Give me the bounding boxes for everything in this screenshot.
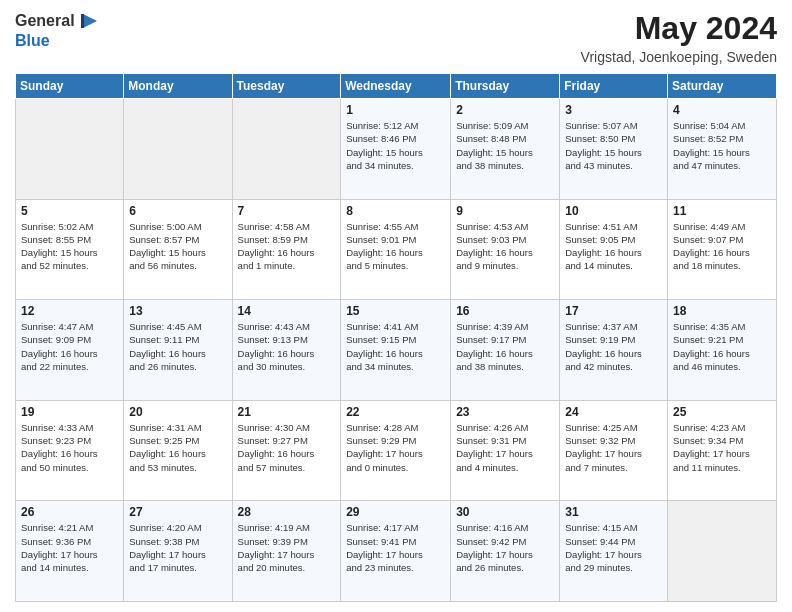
- day-info: Sunrise: 4:33 AM Sunset: 9:23 PM Dayligh…: [21, 421, 118, 474]
- day-info: Sunrise: 4:25 AM Sunset: 9:32 PM Dayligh…: [565, 421, 662, 474]
- day-number: 10: [565, 204, 662, 218]
- day-number: 23: [456, 405, 554, 419]
- calendar-cell: 11Sunrise: 4:49 AM Sunset: 9:07 PM Dayli…: [668, 199, 777, 300]
- calendar-cell: [232, 99, 341, 200]
- day-info: Sunrise: 4:26 AM Sunset: 9:31 PM Dayligh…: [456, 421, 554, 474]
- calendar-cell: 12Sunrise: 4:47 AM Sunset: 9:09 PM Dayli…: [16, 300, 124, 401]
- calendar-cell: 13Sunrise: 4:45 AM Sunset: 9:11 PM Dayli…: [124, 300, 232, 401]
- logo-text: General Blue: [15, 10, 99, 50]
- day-info: Sunrise: 4:43 AM Sunset: 9:13 PM Dayligh…: [238, 320, 336, 373]
- day-number: 22: [346, 405, 445, 419]
- day-number: 25: [673, 405, 771, 419]
- day-info: Sunrise: 4:16 AM Sunset: 9:42 PM Dayligh…: [456, 521, 554, 574]
- day-number: 31: [565, 505, 662, 519]
- calendar-cell: 19Sunrise: 4:33 AM Sunset: 9:23 PM Dayli…: [16, 400, 124, 501]
- day-info: Sunrise: 4:55 AM Sunset: 9:01 PM Dayligh…: [346, 220, 445, 273]
- main-title: May 2024: [581, 10, 777, 47]
- day-number: 8: [346, 204, 445, 218]
- calendar-cell: 26Sunrise: 4:21 AM Sunset: 9:36 PM Dayli…: [16, 501, 124, 602]
- calendar-cell: 4Sunrise: 5:04 AM Sunset: 8:52 PM Daylig…: [668, 99, 777, 200]
- day-info: Sunrise: 4:17 AM Sunset: 9:41 PM Dayligh…: [346, 521, 445, 574]
- day-number: 21: [238, 405, 336, 419]
- day-number: 4: [673, 103, 771, 117]
- calendar-cell: 1Sunrise: 5:12 AM Sunset: 8:46 PM Daylig…: [341, 99, 451, 200]
- title-section: May 2024 Vrigstad, Joenkoeping, Sweden: [581, 10, 777, 65]
- day-info: Sunrise: 4:58 AM Sunset: 8:59 PM Dayligh…: [238, 220, 336, 273]
- day-number: 24: [565, 405, 662, 419]
- calendar-cell: 30Sunrise: 4:16 AM Sunset: 9:42 PM Dayli…: [451, 501, 560, 602]
- day-number: 13: [129, 304, 226, 318]
- day-number: 7: [238, 204, 336, 218]
- calendar-cell: 14Sunrise: 4:43 AM Sunset: 9:13 PM Dayli…: [232, 300, 341, 401]
- calendar-cell: 23Sunrise: 4:26 AM Sunset: 9:31 PM Dayli…: [451, 400, 560, 501]
- calendar-table: SundayMondayTuesdayWednesdayThursdayFrid…: [15, 73, 777, 602]
- calendar-week-1: 1Sunrise: 5:12 AM Sunset: 8:46 PM Daylig…: [16, 99, 777, 200]
- calendar-cell: 15Sunrise: 4:41 AM Sunset: 9:15 PM Dayli…: [341, 300, 451, 401]
- day-number: 6: [129, 204, 226, 218]
- col-header-monday: Monday: [124, 74, 232, 99]
- calendar-cell: 29Sunrise: 4:17 AM Sunset: 9:41 PM Dayli…: [341, 501, 451, 602]
- day-number: 20: [129, 405, 226, 419]
- day-info: Sunrise: 4:30 AM Sunset: 9:27 PM Dayligh…: [238, 421, 336, 474]
- calendar-cell: 21Sunrise: 4:30 AM Sunset: 9:27 PM Dayli…: [232, 400, 341, 501]
- day-info: Sunrise: 4:15 AM Sunset: 9:44 PM Dayligh…: [565, 521, 662, 574]
- day-info: Sunrise: 4:28 AM Sunset: 9:29 PM Dayligh…: [346, 421, 445, 474]
- logo-blue: Blue: [15, 32, 50, 49]
- header-row: SundayMondayTuesdayWednesdayThursdayFrid…: [16, 74, 777, 99]
- calendar-cell: 8Sunrise: 4:55 AM Sunset: 9:01 PM Daylig…: [341, 199, 451, 300]
- day-info: Sunrise: 5:12 AM Sunset: 8:46 PM Dayligh…: [346, 119, 445, 172]
- day-info: Sunrise: 4:20 AM Sunset: 9:38 PM Dayligh…: [129, 521, 226, 574]
- calendar-cell: [124, 99, 232, 200]
- calendar-cell: 2Sunrise: 5:09 AM Sunset: 8:48 PM Daylig…: [451, 99, 560, 200]
- calendar-week-5: 26Sunrise: 4:21 AM Sunset: 9:36 PM Dayli…: [16, 501, 777, 602]
- svg-marker-0: [83, 14, 97, 28]
- calendar-cell: 6Sunrise: 5:00 AM Sunset: 8:57 PM Daylig…: [124, 199, 232, 300]
- calendar-week-4: 19Sunrise: 4:33 AM Sunset: 9:23 PM Dayli…: [16, 400, 777, 501]
- calendar-cell: 16Sunrise: 4:39 AM Sunset: 9:17 PM Dayli…: [451, 300, 560, 401]
- day-info: Sunrise: 4:47 AM Sunset: 9:09 PM Dayligh…: [21, 320, 118, 373]
- day-number: 11: [673, 204, 771, 218]
- day-number: 3: [565, 103, 662, 117]
- calendar-cell: 27Sunrise: 4:20 AM Sunset: 9:38 PM Dayli…: [124, 501, 232, 602]
- day-number: 17: [565, 304, 662, 318]
- page: General Blue May 2024 Vrigstad, Joenkoep…: [0, 0, 792, 612]
- day-info: Sunrise: 5:07 AM Sunset: 8:50 PM Dayligh…: [565, 119, 662, 172]
- logo: General Blue: [15, 10, 99, 50]
- day-info: Sunrise: 5:09 AM Sunset: 8:48 PM Dayligh…: [456, 119, 554, 172]
- day-number: 19: [21, 405, 118, 419]
- col-header-wednesday: Wednesday: [341, 74, 451, 99]
- day-info: Sunrise: 4:19 AM Sunset: 9:39 PM Dayligh…: [238, 521, 336, 574]
- day-number: 18: [673, 304, 771, 318]
- subtitle: Vrigstad, Joenkoeping, Sweden: [581, 49, 777, 65]
- calendar-cell: 24Sunrise: 4:25 AM Sunset: 9:32 PM Dayli…: [560, 400, 668, 501]
- day-info: Sunrise: 5:02 AM Sunset: 8:55 PM Dayligh…: [21, 220, 118, 273]
- calendar-cell: 10Sunrise: 4:51 AM Sunset: 9:05 PM Dayli…: [560, 199, 668, 300]
- day-number: 12: [21, 304, 118, 318]
- day-info: Sunrise: 4:39 AM Sunset: 9:17 PM Dayligh…: [456, 320, 554, 373]
- logo-general: General: [15, 12, 75, 30]
- day-number: 26: [21, 505, 118, 519]
- col-header-friday: Friday: [560, 74, 668, 99]
- day-number: 14: [238, 304, 336, 318]
- calendar-cell: 20Sunrise: 4:31 AM Sunset: 9:25 PM Dayli…: [124, 400, 232, 501]
- day-info: Sunrise: 4:51 AM Sunset: 9:05 PM Dayligh…: [565, 220, 662, 273]
- calendar-header: SundayMondayTuesdayWednesdayThursdayFrid…: [16, 74, 777, 99]
- day-number: 30: [456, 505, 554, 519]
- day-number: 27: [129, 505, 226, 519]
- calendar-cell: 9Sunrise: 4:53 AM Sunset: 9:03 PM Daylig…: [451, 199, 560, 300]
- day-info: Sunrise: 4:49 AM Sunset: 9:07 PM Dayligh…: [673, 220, 771, 273]
- day-info: Sunrise: 4:31 AM Sunset: 9:25 PM Dayligh…: [129, 421, 226, 474]
- day-number: 29: [346, 505, 445, 519]
- day-number: 5: [21, 204, 118, 218]
- calendar-cell: [16, 99, 124, 200]
- logo-icon: [77, 10, 99, 32]
- calendar-cell: 5Sunrise: 5:02 AM Sunset: 8:55 PM Daylig…: [16, 199, 124, 300]
- calendar-week-3: 12Sunrise: 4:47 AM Sunset: 9:09 PM Dayli…: [16, 300, 777, 401]
- calendar-cell: 31Sunrise: 4:15 AM Sunset: 9:44 PM Dayli…: [560, 501, 668, 602]
- calendar-cell: 7Sunrise: 4:58 AM Sunset: 8:59 PM Daylig…: [232, 199, 341, 300]
- day-info: Sunrise: 4:21 AM Sunset: 9:36 PM Dayligh…: [21, 521, 118, 574]
- header: General Blue May 2024 Vrigstad, Joenkoep…: [15, 10, 777, 65]
- col-header-sunday: Sunday: [16, 74, 124, 99]
- calendar-cell: 17Sunrise: 4:37 AM Sunset: 9:19 PM Dayli…: [560, 300, 668, 401]
- day-number: 2: [456, 103, 554, 117]
